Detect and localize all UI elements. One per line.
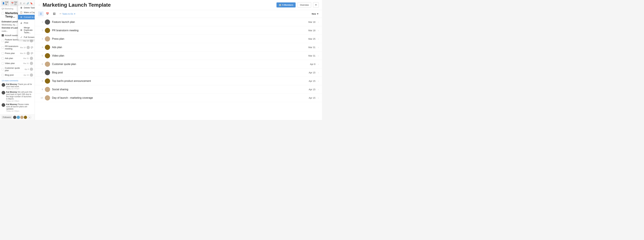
print-icon: 🖨	[20, 22, 22, 24]
left-panel: 👤 Kat M 📅 Apr 15 ☰ 🏷 🔗 🔖 ▼ ✕ 🗑 Delete Ta…	[0, 0, 35, 120]
task-checkbox[interactable]	[2, 46, 4, 48]
task-name: PR brainstorm meeting	[5, 45, 19, 50]
table-row[interactable]: 5Video planMar 31›	[35, 52, 322, 60]
row-avatar	[45, 62, 50, 67]
task-item[interactable]: Customer quote planApr 8	[0, 66, 35, 72]
menu-item-delete[interactable]: 🗑 Delete Task Tab+BKSP	[18, 5, 35, 10]
task-checkbox[interactable]	[2, 62, 4, 64]
table-row[interactable]: 6Customer quote planApr 8›	[35, 60, 322, 68]
row-avatar	[45, 70, 50, 75]
view-label-container[interactable]: ¹²³ Tasks to Do ▾	[60, 13, 75, 15]
row-name: Ads plan	[52, 46, 308, 49]
row-name: Blog post	[52, 71, 309, 74]
right-panel: ☆ Marketing Launch Template 🏢 5 Members …	[35, 0, 322, 120]
add-follower-button[interactable]: +	[28, 116, 31, 119]
task-checkbox[interactable]	[2, 12, 4, 14]
star-icon[interactable]: ☆	[38, 3, 41, 7]
footer-avatar-2	[17, 116, 20, 119]
board-view-button[interactable]: 🖼	[51, 12, 57, 16]
task-checkbox[interactable]	[2, 40, 4, 42]
menu-item-convert[interactable]: ⊞ Convert to a Project ▶	[18, 15, 35, 20]
more-comments-link[interactable]: 14 more comments	[2, 80, 33, 82]
list-view-button[interactable]: ☰	[38, 11, 44, 16]
user-tag[interactable]: 👤 Kat M	[1, 1, 9, 6]
comment-item: Kat Mooney We will push this post back t…	[2, 91, 33, 102]
comments-container: Kat Mooney Thank you all for your hard w…	[2, 83, 33, 112]
comment-avatar	[2, 83, 5, 87]
task-date: Mar 31	[23, 62, 29, 64]
row-name: Press plan	[52, 38, 308, 40]
dropdown-menu: 🗑 Delete Task Tab+BKSP 📋 Make a Copy... …	[18, 5, 35, 40]
row-name: Day of launch - marketing coverage	[52, 96, 309, 99]
comment-icon: 💬	[31, 46, 33, 48]
task-name: Video plan	[5, 62, 22, 64]
expand-button[interactable]: ▼	[313, 2, 319, 8]
row-chevron-icon: ›	[318, 88, 319, 91]
task-item[interactable]: Ads planMar 31	[0, 56, 35, 61]
table-row[interactable]: 1Feature launch planMar 18›	[35, 18, 322, 26]
comment-time: Today at 2:47pm	[6, 88, 33, 90]
fullscreen-icon: ⤢	[20, 36, 22, 38]
link-icon[interactable]: 🔗	[26, 2, 29, 5]
members-button[interactable]: 🏢 5 Members	[276, 2, 296, 8]
task-checkbox[interactable]	[2, 57, 4, 60]
row-avatar	[45, 36, 50, 42]
new-chevron-icon: ▼	[317, 13, 319, 15]
user-label: Kat M	[5, 1, 8, 6]
table-row[interactable]: 9Social sharingApr 15›	[35, 85, 322, 94]
task-item[interactable]: Press planMar 25💬	[0, 51, 35, 56]
row-date: Apr 15	[309, 71, 315, 74]
table-row[interactable]: 4Ads planMar 31›	[35, 43, 322, 52]
task-avatar	[30, 74, 33, 77]
row-number: 2	[38, 29, 43, 32]
task-checkbox[interactable]	[2, 34, 4, 36]
task-item[interactable]: PR brainstorm meetingMar 18💬	[0, 44, 35, 51]
calendar-view-button[interactable]: 📅	[44, 11, 51, 16]
row-number: 1	[38, 21, 43, 23]
right-header: ☆ Marketing Launch Template 🏢 5 Members …	[35, 0, 322, 10]
comment-avatar	[2, 91, 5, 94]
followers-button[interactable]: Followers	[2, 116, 12, 119]
table-row[interactable]: 8Top bar/In-product announcementApr 15›	[35, 77, 322, 85]
table-row[interactable]: 7Blog postApr 15›	[35, 68, 322, 77]
row-date: Mar 31	[308, 54, 316, 57]
footer-avatar-3	[20, 116, 24, 119]
menu-item-print[interactable]: 🖨 Print	[18, 20, 35, 25]
header-icons: ☰ 🏷 🔗 🔖 ▼	[19, 2, 35, 5]
footer-avatar-4	[24, 116, 27, 119]
comment-time: Today at 2:50pm	[6, 110, 33, 112]
menu-item-copy[interactable]: 📋 Make a Copy...	[18, 10, 35, 15]
task-checkbox[interactable]	[2, 52, 4, 54]
task-avatar	[30, 62, 33, 65]
task-avatar	[26, 52, 30, 55]
row-name: Social sharing	[52, 88, 309, 91]
row-date: Mar 31	[308, 46, 316, 48]
row-chevron-icon: ›	[318, 96, 319, 99]
new-button[interactable]: New ▼	[312, 13, 319, 15]
row-chevron-icon: ›	[318, 71, 319, 74]
task-checkbox[interactable]	[2, 68, 4, 70]
comment-body: Kat Mooney Please make sure all launch p…	[6, 103, 33, 112]
table-row[interactable]: 10Day of launch - marketing coverageApr …	[35, 94, 322, 102]
bookmark-icon[interactable]: 🔖	[30, 2, 33, 5]
menu-item-merge[interactable]: ⊞ Merge Duplicate Tasks... Tab+Shift+D	[18, 25, 35, 35]
task-checkbox[interactable]	[2, 74, 4, 76]
task-item[interactable]: Blog postApr 15	[0, 72, 35, 78]
row-avatar	[45, 87, 50, 92]
task-name: Press plan	[5, 52, 19, 54]
toolbar: ☰ 📅 🖼 ¹²³ Tasks to Do ▾ New ▼	[35, 10, 322, 18]
chevron-down-icon[interactable]: ▼	[34, 2, 35, 5]
table-row[interactable]: 3Press planMar 25›	[35, 35, 322, 43]
menu-item-fullscreen[interactable]: ⤢ Full Screen Tab+X	[18, 35, 35, 40]
date-tag[interactable]: 📅 Apr 15	[10, 1, 18, 6]
row-date: Mar 18	[308, 21, 316, 23]
task-date: Mar 31	[23, 57, 29, 59]
merge-icon: ⊞	[20, 29, 22, 31]
task-list: Kickoff meetingFeature launch planMar 18…	[0, 34, 35, 78]
overview-button[interactable]: Overview	[298, 2, 311, 8]
convert-icon: ⊞	[20, 16, 22, 18]
tag-icon[interactable]: 🏷	[23, 2, 26, 5]
task-item[interactable]: Video planMar 31	[0, 61, 35, 66]
table-row[interactable]: 2PR brainstorm meetingMar 18›	[35, 26, 322, 35]
list-icon[interactable]: ☰	[19, 2, 22, 5]
